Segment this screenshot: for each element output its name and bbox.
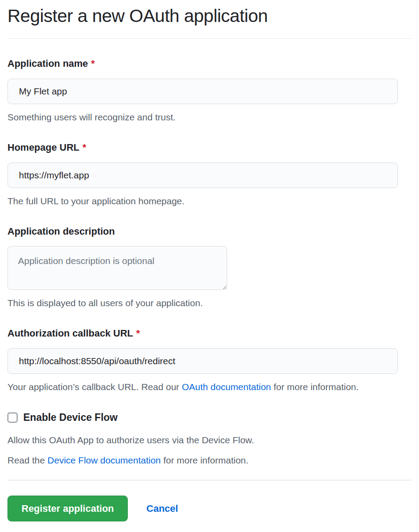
cancel-link[interactable]: Cancel xyxy=(146,503,178,514)
required-asterisk: * xyxy=(83,142,87,153)
application-description-textarea[interactable] xyxy=(7,246,227,290)
application-name-help: Something users will recognize and trust… xyxy=(7,112,412,123)
oauth-register-page: Register a new OAuth application Applica… xyxy=(0,0,419,532)
callback-url-group: Authorization callback URL* Your applica… xyxy=(7,328,412,392)
homepage-url-label-text: Homepage URL xyxy=(7,142,79,153)
callback-url-help-prefix: Your application’s callback URL. Read ou… xyxy=(7,382,182,392)
application-description-group: Application description This is displaye… xyxy=(7,226,412,308)
page-title: Register a new OAuth application xyxy=(7,0,412,39)
callback-url-label-text: Authorization callback URL xyxy=(7,328,133,339)
homepage-url-group: Homepage URL* The full URL to your appli… xyxy=(7,142,412,206)
device-flow-section: Enable Device Flow Allow this OAuth App … xyxy=(7,412,412,466)
application-name-label-text: Application name xyxy=(7,58,88,69)
form-actions: Register application Cancel xyxy=(7,496,412,521)
application-description-label-text: Application description xyxy=(7,226,115,237)
callback-url-label: Authorization callback URL* xyxy=(7,328,412,339)
form-divider xyxy=(7,480,412,481)
register-application-button[interactable]: Register application xyxy=(7,496,128,521)
callback-url-help: Your application’s callback URL. Read ou… xyxy=(7,382,412,392)
homepage-url-help: The full URL to your application homepag… xyxy=(7,196,412,206)
device-flow-read-suffix: for more information. xyxy=(161,455,249,465)
homepage-url-label: Homepage URL* xyxy=(7,142,412,153)
callback-url-help-suffix: for more information. xyxy=(271,382,359,392)
application-name-label: Application name* xyxy=(7,58,412,69)
device-flow-help: Allow this OAuth App to authorize users … xyxy=(7,435,412,445)
device-flow-read: Read the Device Flow documentation for m… xyxy=(7,455,412,466)
callback-url-input[interactable] xyxy=(7,348,398,374)
required-asterisk: * xyxy=(136,328,140,339)
application-name-input[interactable] xyxy=(7,79,398,104)
device-flow-documentation-link[interactable]: Device Flow documentation xyxy=(47,455,161,465)
device-flow-read-prefix: Read the xyxy=(7,455,47,465)
application-name-group: Application name* Something users will r… xyxy=(7,58,412,123)
oauth-documentation-link[interactable]: OAuth documentation xyxy=(182,382,271,392)
enable-device-flow-checkbox[interactable] xyxy=(7,413,18,423)
application-description-help: This is displayed to all users of your a… xyxy=(7,298,412,308)
required-asterisk: * xyxy=(91,58,95,69)
application-description-label: Application description xyxy=(7,226,412,237)
device-flow-row: Enable Device Flow xyxy=(7,412,412,423)
homepage-url-input[interactable] xyxy=(7,163,398,188)
enable-device-flow-label[interactable]: Enable Device Flow xyxy=(23,412,118,423)
